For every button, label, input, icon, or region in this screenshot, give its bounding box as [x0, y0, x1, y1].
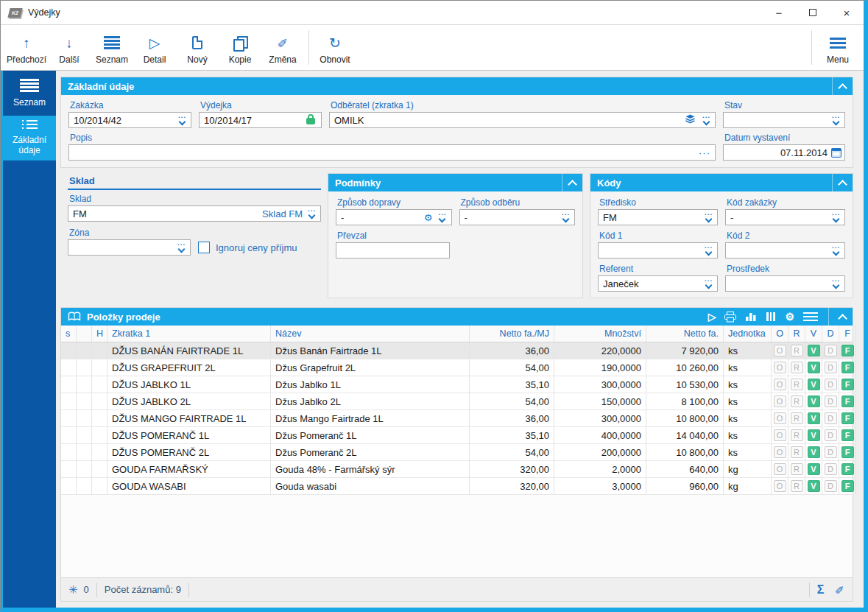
flag-r: R: [791, 463, 803, 475]
frozen-records-icon[interactable]: ✳: [68, 583, 78, 597]
more-icon[interactable]: ···: [697, 147, 712, 158]
close-button[interactable]: ×: [830, 1, 864, 24]
collapse-icon[interactable]: [568, 180, 577, 189]
print-icon[interactable]: [724, 312, 736, 323]
toolbar-separator: [308, 30, 309, 65]
edit-pencil-icon[interactable]: ✎: [834, 585, 847, 594]
collapse-icon[interactable]: [838, 180, 847, 189]
kod1-field[interactable]: [598, 242, 718, 258]
dropdown-icon[interactable]: [700, 116, 712, 124]
flag-r: R: [791, 395, 803, 407]
datum-vystaveni-field[interactable]: 07.11.2014: [723, 144, 845, 161]
previous-button[interactable]: ↑ Předchozí: [5, 25, 48, 70]
flag-o: O: [774, 379, 786, 390]
col-h[interactable]: H: [92, 326, 107, 342]
dropdown-icon[interactable]: [306, 209, 317, 218]
col-netto[interactable]: Netto fa.: [646, 326, 724, 342]
copy-button[interactable]: Kopie: [219, 25, 261, 70]
field-label: Datum vystavení: [724, 133, 845, 143]
col-jednotka[interactable]: Jednotka: [724, 326, 772, 342]
zpusob-dopravy-field[interactable]: - ⚙: [336, 209, 452, 225]
dropdown-icon[interactable]: [830, 116, 841, 124]
sklad-field[interactable]: FM Sklad FM: [68, 205, 321, 222]
dropdown-icon[interactable]: [830, 213, 841, 222]
col-s[interactable]: s: [61, 326, 77, 342]
table-row[interactable]: GOUDA FARMAŘSKÝ Gouda 48% - Farmářský sý…: [61, 461, 853, 478]
layers-icon[interactable]: [685, 114, 696, 126]
run-icon[interactable]: ▷: [708, 311, 716, 323]
zpusob-odberu-field[interactable]: -: [459, 209, 576, 225]
table-row[interactable]: DŽUS JABLKO 2L Džus Jablko 2L 54,00 150,…: [61, 393, 853, 410]
detail-button[interactable]: ▷ Detail: [133, 25, 176, 70]
table-row[interactable]: GOUDA WASABI Gouda wasabi 320,00 3,0000 …: [61, 478, 853, 495]
table-row[interactable]: DŽUS MANGO FAIRTRADE 1L Džus Mango Fairt…: [61, 410, 853, 427]
dropdown-icon[interactable]: [437, 213, 448, 222]
sum-icon[interactable]: Σ: [817, 583, 825, 597]
vydejka-field[interactable]: 10/2014/17: [199, 112, 322, 128]
table-row[interactable]: DŽUS POMERANČ 2L Džus Pomeranč 2L 54,00 …: [61, 444, 853, 461]
maximize-button[interactable]: [796, 1, 830, 24]
table-row[interactable]: DŽUS POMERANČ 1L Džus Pomeranč 1L 35,10 …: [61, 427, 853, 444]
flag-f: F: [841, 429, 854, 441]
dropdown-icon[interactable]: [176, 116, 188, 124]
kod2-field[interactable]: [725, 242, 845, 258]
col-zkratka[interactable]: Zkratka 1: [107, 326, 271, 342]
flag-r: R: [791, 345, 803, 356]
edit-button[interactable]: ✎ Změna: [261, 25, 304, 70]
col-nazev[interactable]: Název: [271, 326, 470, 342]
col-d[interactable]: D: [822, 326, 839, 342]
field-label: Převzal: [337, 231, 450, 241]
col-f[interactable]: F: [839, 326, 856, 342]
col-o[interactable]: O: [772, 326, 788, 342]
dropdown-icon[interactable]: [175, 243, 187, 252]
stredisko-field[interactable]: FM: [598, 209, 718, 225]
new-button[interactable]: Nový: [176, 25, 219, 70]
stav-field[interactable]: [723, 112, 845, 128]
flag-f: F: [841, 345, 854, 356]
dropdown-icon[interactable]: [830, 279, 841, 288]
col-mnozstvi[interactable]: Množství: [554, 326, 646, 342]
prostredek-field[interactable]: [725, 275, 845, 292]
col-v[interactable]: V: [805, 326, 822, 342]
list-button[interactable]: Seznam: [91, 25, 133, 70]
gear-icon[interactable]: ⚙: [785, 311, 794, 323]
sidebar-item-seznam[interactable]: Seznam: [3, 71, 56, 116]
collapse-icon[interactable]: [838, 83, 847, 93]
chart-icon[interactable]: [745, 312, 757, 322]
sidebar-item-zakladni-udaje[interactable]: Základní údaje: [3, 116, 56, 161]
table-row[interactable]: DŽUS JABLKO 1L Džus Jablko 1L 35,10 300,…: [61, 376, 853, 393]
prevzal-field[interactable]: [336, 242, 450, 258]
menu-button[interactable]: Menu: [816, 25, 859, 70]
odberatel-field[interactable]: OMILK: [329, 112, 716, 128]
dropdown-icon[interactable]: [702, 213, 714, 222]
columns-icon[interactable]: [766, 312, 776, 322]
dropdown-icon[interactable]: [702, 279, 714, 288]
ignoruj-ceny-checkbox[interactable]: [198, 242, 210, 253]
referent-field[interactable]: Janeček: [598, 275, 718, 292]
minimize-button[interactable]: −: [762, 1, 796, 24]
dropdown-icon[interactable]: [702, 246, 714, 255]
collapse-icon[interactable]: [838, 314, 847, 323]
next-button[interactable]: ↓ Další: [48, 25, 91, 70]
dropdown-icon[interactable]: [560, 213, 571, 222]
menu-bars-icon: [830, 33, 846, 52]
table-statusbar: ✳ 0 Počet záznamů: 9 Σ ✎: [61, 577, 853, 601]
titlebar: K2 Výdejky − ×: [1, 1, 864, 24]
zakazka-field[interactable]: 10/2014/42: [68, 112, 191, 128]
table-row[interactable]: DŽUS BANÁN FAIRTRADE 1L Džus Banán Fairt…: [61, 342, 853, 359]
col-netto-mj[interactable]: Netto fa./MJ: [470, 326, 554, 342]
popis-field[interactable]: ···: [68, 144, 716, 161]
flag-o: O: [774, 463, 786, 475]
zona-field[interactable]: [68, 239, 191, 256]
gear-icon[interactable]: ⚙: [424, 212, 433, 223]
calendar-icon[interactable]: [831, 148, 841, 158]
col-blank[interactable]: [77, 326, 92, 342]
table-menu-icon[interactable]: [803, 312, 818, 314]
table-row[interactable]: DŽUS GRAPEFRUIT 2L Džus Grapefruit 2L 54…: [61, 359, 853, 376]
section-title: Základní údaje: [68, 81, 828, 92]
col-r[interactable]: R: [788, 326, 805, 342]
kod-zakazky-field[interactable]: -: [725, 209, 845, 225]
flag-r: R: [791, 412, 803, 424]
refresh-button[interactable]: ↻ Obnovit: [314, 25, 356, 70]
dropdown-icon[interactable]: [830, 246, 841, 255]
